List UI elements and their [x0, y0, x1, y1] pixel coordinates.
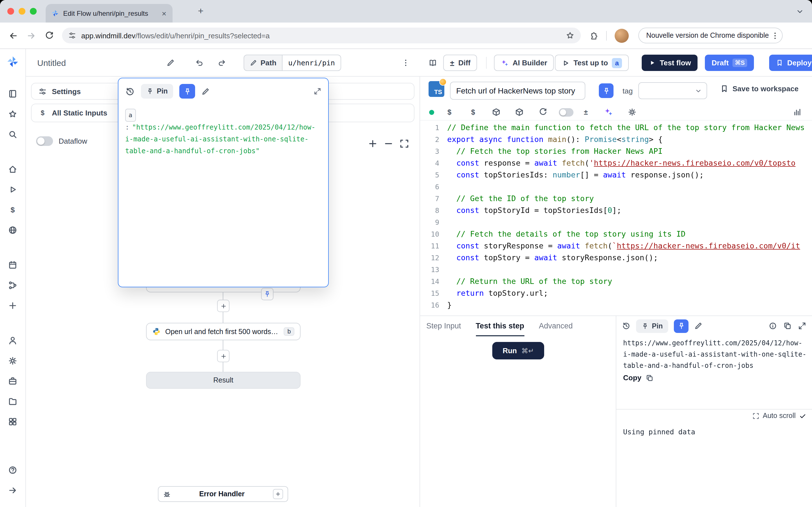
profile-avatar[interactable] — [615, 29, 629, 43]
window-zoom-button[interactable] — [30, 8, 37, 15]
result-pin-button[interactable]: Pin — [636, 319, 668, 333]
sidebar-favorites-icon[interactable] — [6, 107, 19, 121]
window-minimize-button[interactable] — [18, 8, 26, 15]
sidebar-variables-icon[interactable]: $ — [6, 203, 19, 216]
address-bar[interactable]: app.windmill.dev/flows/edit/u/henri/pin_… — [62, 27, 581, 43]
test-up-to-button[interactable]: Test up to a — [555, 55, 629, 71]
run-button[interactable]: Run ⌘↵ — [492, 342, 544, 359]
sidebar-resources-icon[interactable] — [6, 223, 19, 237]
editor-settings-gear-icon[interactable] — [627, 108, 637, 117]
extensions-icon[interactable] — [589, 31, 598, 40]
code-editor[interactable]: 12345678910111213141516 // Define the ma… — [420, 120, 812, 316]
editor-toggle[interactable] — [559, 108, 573, 117]
test-flow-button[interactable]: Test flow — [642, 55, 698, 71]
forward-icon[interactable] — [24, 28, 38, 43]
result-pin-active-button[interactable] — [674, 319, 689, 333]
step-name-input[interactable] — [450, 82, 585, 100]
sidebar-flows-icon[interactable] — [6, 278, 19, 292]
deploy-button[interactable]: Deploy — [769, 55, 812, 71]
sidebar-home-icon[interactable] — [6, 162, 19, 176]
package-icon[interactable] — [492, 108, 501, 117]
windmill-logo[interactable] — [6, 55, 20, 69]
save-to-workspace-button[interactable]: Save to workspace — [720, 84, 799, 93]
library-panel-icon[interactable] — [793, 108, 802, 117]
browser-menu-icon[interactable] — [771, 31, 779, 40]
edit-pencil-icon[interactable] — [202, 87, 210, 96]
pin-button[interactable]: Pin — [141, 84, 173, 99]
docs-book-icon[interactable] — [425, 55, 440, 70]
add-error-handler-icon[interactable] — [273, 489, 283, 499]
reset-icon[interactable] — [539, 108, 548, 117]
auto-scroll-control[interactable]: Auto scroll — [752, 412, 806, 420]
rename-pencil-icon[interactable] — [163, 55, 177, 70]
sidebar-account-icon[interactable] — [6, 334, 19, 347]
tab-advanced[interactable]: Advanced — [539, 316, 573, 336]
path-control[interactable]: Path u/henri/pin — [244, 55, 341, 71]
sidebar-search-icon[interactable] — [6, 127, 19, 141]
zoom-in-icon[interactable] — [368, 138, 378, 149]
sidebar-settings-icon[interactable] — [6, 354, 19, 367]
node-b-label: Open url and fetch first 500 words of ..… — [165, 328, 280, 335]
tab-step-input[interactable]: Step Input — [426, 316, 461, 336]
redo-icon[interactable] — [214, 55, 229, 70]
copy-button[interactable]: Copy — [623, 374, 653, 382]
variables-dollar-icon[interactable]: $ — [445, 108, 454, 117]
sidebar-create-icon[interactable] — [6, 298, 19, 312]
insert-step-button[interactable] — [217, 300, 230, 312]
reload-icon[interactable] — [42, 28, 56, 43]
history-icon[interactable] — [125, 87, 135, 96]
window-close-button[interactable] — [7, 8, 14, 15]
package-icon[interactable] — [515, 108, 524, 117]
result-divider — [616, 409, 812, 409]
back-icon[interactable] — [6, 28, 20, 43]
history-icon[interactable] — [622, 322, 630, 330]
browser-tab[interactable]: Edit Flow u/henri/pin_results × — [46, 4, 172, 22]
sidebar-runs-icon[interactable] — [6, 182, 19, 196]
info-icon[interactable] — [769, 322, 777, 330]
sidebar-schedules-icon[interactable] — [6, 258, 19, 272]
sidebar-apps-icon[interactable] — [6, 414, 19, 428]
fit-view-icon[interactable] — [399, 138, 409, 149]
ai-sparkles-icon[interactable] — [604, 108, 613, 117]
undo-icon[interactable] — [192, 55, 206, 70]
tab-title: Edit Flow u/henri/pin_results — [63, 9, 157, 17]
node-a-pin-icon[interactable] — [261, 288, 273, 300]
sidebar-expand-icon[interactable] — [6, 483, 19, 497]
more-options-icon[interactable] — [398, 55, 413, 70]
tag-select[interactable] — [638, 82, 707, 99]
step-a-badge[interactable]: a — [612, 58, 622, 68]
expand-result-icon[interactable] — [798, 322, 806, 330]
chrome-update-button[interactable]: Nouvelle version de Chrome disponible — [638, 27, 783, 43]
expand-popover-icon[interactable] — [313, 87, 321, 95]
tab-close-icon[interactable]: × — [161, 9, 167, 17]
url-text: app.windmill.dev/flows/edit/u/henri/pin_… — [81, 31, 560, 40]
windmill-app: $ Untitled Path u/henri/pin ± Diff — [0, 49, 812, 507]
resources-dollar-icon[interactable]: $ — [469, 108, 477, 117]
edit-pencil-icon[interactable] — [695, 322, 703, 330]
draft-button[interactable]: Draft ⌘S — [705, 55, 754, 71]
pin-active-button[interactable] — [180, 84, 195, 99]
dataflow-toggle[interactable] — [36, 136, 53, 146]
path-value[interactable]: u/henri/pin — [283, 55, 341, 71]
zoom-out-icon[interactable] — [384, 138, 394, 149]
error-handler-node[interactable]: Error Handler — [158, 486, 288, 502]
copy-result-icon[interactable] — [783, 322, 792, 330]
sidebar-workers-icon[interactable] — [6, 374, 19, 388]
path-button[interactable]: Path — [244, 55, 283, 71]
insert-step-button[interactable] — [217, 350, 230, 362]
result-node[interactable]: Result — [146, 372, 301, 389]
step-pin-active-button[interactable] — [599, 83, 613, 98]
sidebar-workspace-icon[interactable] — [6, 87, 19, 100]
sidebar-folders-icon[interactable] — [6, 394, 19, 408]
diff-button[interactable]: ± Diff — [443, 55, 477, 71]
tab-test-this-step[interactable]: Test this step — [476, 316, 524, 336]
tab-search-chevron-icon[interactable] — [796, 7, 804, 16]
site-settings-icon[interactable] — [68, 32, 76, 40]
sidebar-help-icon[interactable] — [6, 463, 19, 476]
bookmark-star-icon[interactable] — [566, 31, 574, 40]
flow-node-b[interactable]: Open url and fetch first 500 words of ..… — [146, 323, 301, 340]
ai-builder-button[interactable]: AI Builder — [494, 55, 554, 71]
dataflow-control: Dataflow — [36, 136, 87, 146]
diff-plusminus-icon[interactable]: ± — [581, 108, 591, 117]
new-tab-button[interactable]: + — [195, 5, 207, 17]
